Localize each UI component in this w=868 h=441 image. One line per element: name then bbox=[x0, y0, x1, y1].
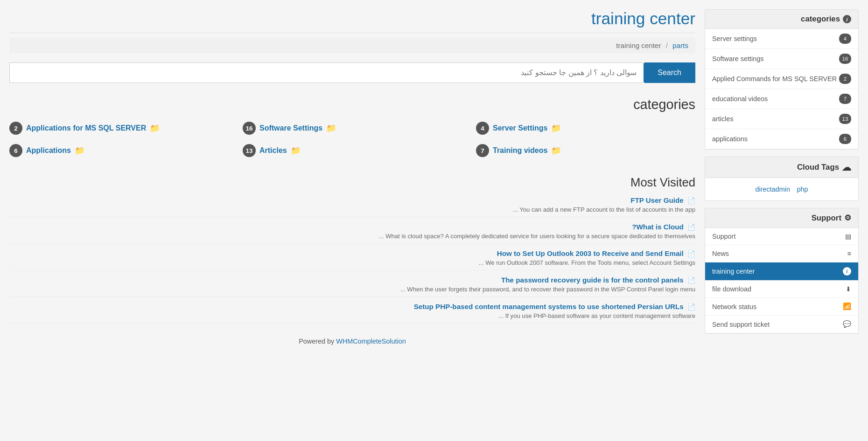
visited-desc: ... When the user forgets their password… bbox=[9, 286, 695, 293]
category-link[interactable]: Articles bbox=[259, 146, 287, 155]
folder-icon: 📁 bbox=[75, 146, 85, 156]
sidebar-cat-item[interactable]: 7 educational videos bbox=[705, 89, 858, 109]
breadcrumb-current: parts bbox=[672, 41, 688, 49]
support-item-support[interactable]: ▤ Support bbox=[705, 228, 858, 245]
cat-badge: 6 bbox=[839, 134, 851, 144]
folder-icon: 📁 bbox=[326, 124, 336, 133]
visited-desc: ... What is cloud space? A completely de… bbox=[9, 233, 695, 240]
category-count: 6 bbox=[9, 144, 22, 157]
visited-link[interactable]: ?What is Cloud 📄 bbox=[632, 223, 695, 231]
support-item-training-center[interactable]: i training center bbox=[705, 262, 858, 281]
category-count: 2 bbox=[9, 122, 22, 135]
cat-label: Applied Commands for MS SQL SERVER bbox=[712, 75, 837, 83]
info-icon: i bbox=[843, 15, 851, 23]
category-link[interactable]: Applications for MS SQL SERVER bbox=[26, 124, 146, 132]
category-count: 13 bbox=[243, 144, 256, 157]
page-title: training center bbox=[9, 9, 695, 33]
visited-item: Setup PHP-based content management syste… bbox=[9, 303, 695, 324]
folder-icon: 📁 bbox=[551, 146, 561, 156]
folder-icon: 📁 bbox=[150, 124, 160, 133]
sidebar-categories-title: categories bbox=[801, 14, 840, 24]
cat-badge: 4 bbox=[839, 34, 851, 44]
support-item-network-status[interactable]: 📶 Network status bbox=[705, 298, 858, 316]
category-link[interactable]: Software Settings bbox=[259, 124, 322, 132]
category-item: 📁 Applications 6 bbox=[9, 144, 229, 157]
sidebar-categories-header: categories i bbox=[705, 10, 858, 29]
page-icon: 📄 bbox=[687, 277, 695, 284]
search-button[interactable]: Search bbox=[644, 62, 695, 83]
visited-link[interactable]: Setup PHP-based content management syste… bbox=[414, 303, 695, 310]
news-list-icon: ≡ bbox=[847, 250, 851, 257]
visited-item: FTP User Guide 📄 ... You can add a new F… bbox=[9, 196, 695, 217]
cloud-tags-title: Cloud Tags bbox=[797, 163, 839, 172]
page-icon: 📄 bbox=[687, 303, 695, 310]
cat-badge: 13 bbox=[839, 114, 851, 124]
cat-label: Software settings bbox=[712, 55, 763, 62]
support-item-label: Send support ticket bbox=[712, 321, 770, 328]
sidebar-cloud-tags-box: Cloud Tags ☁ directadmin php bbox=[705, 157, 859, 201]
main-content: training center training center / parts … bbox=[9, 9, 695, 345]
support-item-send-ticket[interactable]: 💬 Send support ticket bbox=[705, 316, 858, 333]
page-icon: 📄 bbox=[687, 250, 695, 257]
sidebar-cat-item[interactable]: 6 applications bbox=[705, 129, 858, 149]
visited-desc: ... We run Outlook 2007 software. From t… bbox=[9, 259, 695, 266]
file-download-icon: ⬇ bbox=[846, 285, 851, 293]
cloud-tags-content: directadmin php bbox=[705, 178, 858, 200]
training-center-info-icon: i bbox=[843, 267, 851, 276]
page-icon: 📄 bbox=[687, 224, 695, 231]
category-count: 4 bbox=[476, 122, 489, 135]
tag-link[interactable]: directadmin bbox=[756, 186, 790, 193]
sidebar-cat-item[interactable]: 13 articles bbox=[705, 109, 858, 129]
sidebar-cloud-tags-header: Cloud Tags ☁ bbox=[705, 157, 858, 178]
sidebar: categories i 4 Server settings 16 Softwa… bbox=[705, 9, 859, 345]
powered-by-link[interactable]: WHMCompleteSolution bbox=[336, 338, 406, 345]
sidebar-support-header: Support ⚙ bbox=[705, 208, 858, 228]
network-status-icon: 📶 bbox=[843, 303, 851, 310]
support-item-label: News bbox=[712, 250, 729, 257]
folder-icon: 📁 bbox=[291, 146, 301, 156]
breadcrumb-root[interactable]: training center bbox=[616, 41, 661, 49]
visited-item: The password recovery guide is for the c… bbox=[9, 276, 695, 297]
sidebar-cat-item[interactable]: 4 Server settings bbox=[705, 29, 858, 49]
visited-link[interactable]: The password recovery guide is for the c… bbox=[501, 276, 695, 284]
folder-icon: 📁 bbox=[551, 124, 561, 133]
sidebar-cat-item[interactable]: 16 Software settings bbox=[705, 49, 858, 69]
categories-section-title: categories bbox=[9, 97, 695, 112]
sidebar-cat-item[interactable]: 2 Applied Commands for MS SQL SERVER bbox=[705, 69, 858, 89]
cat-badge: 2 bbox=[839, 74, 851, 84]
cloud-icon: ☁ bbox=[842, 162, 851, 173]
visited-desc: ... If you use PHP-based software as you… bbox=[9, 312, 695, 319]
support-item-file-download[interactable]: ⬇ file download bbox=[705, 281, 858, 298]
send-ticket-icon: 💬 bbox=[843, 320, 851, 328]
category-link[interactable]: Applications bbox=[26, 146, 71, 155]
support-title: Support bbox=[812, 214, 841, 223]
category-link[interactable]: Training videos bbox=[493, 146, 547, 155]
category-item: 📁 Applications for MS SQL SERVER 2 bbox=[9, 122, 229, 135]
category-link[interactable]: Server Settings bbox=[493, 124, 547, 132]
support-item-label: Support bbox=[712, 233, 735, 240]
tag-link[interactable]: php bbox=[797, 186, 808, 193]
search-input[interactable] bbox=[9, 62, 644, 83]
support-item-label: Network status bbox=[712, 303, 756, 310]
sidebar-support-box: Support ⚙ ▤ Support ≡ News i training ce… bbox=[705, 208, 859, 334]
categories-grid: 📁 Applications for MS SQL SERVER 2 📁 Sof… bbox=[9, 122, 695, 157]
support-icon: ⚙ bbox=[844, 213, 851, 223]
cat-label: educational videos bbox=[712, 95, 768, 103]
support-list-icon: ▤ bbox=[845, 233, 851, 240]
cat-label: articles bbox=[712, 115, 734, 123]
category-item: 📁 Software Settings 16 bbox=[243, 122, 462, 135]
support-item-news[interactable]: ≡ News bbox=[705, 245, 858, 262]
cat-badge: 16 bbox=[839, 54, 851, 64]
category-count: 16 bbox=[243, 122, 256, 135]
sidebar-categories-box: categories i 4 Server settings 16 Softwa… bbox=[705, 9, 859, 150]
support-item-label: training center bbox=[712, 268, 755, 275]
most-visited-title: Most Visited bbox=[9, 176, 695, 189]
search-bar: Search bbox=[9, 62, 695, 83]
powered-by: Powered by WHMCompleteSolution bbox=[9, 338, 695, 345]
category-count: 7 bbox=[476, 144, 489, 157]
category-item: 📁 Training videos 7 bbox=[476, 144, 695, 157]
visited-link[interactable]: How to Set Up Outlook 2003 to Receive an… bbox=[497, 249, 695, 257]
visited-link[interactable]: FTP User Guide 📄 bbox=[630, 196, 695, 204]
category-item: 📁 Server Settings 4 bbox=[476, 122, 695, 135]
support-item-label: file download bbox=[712, 285, 751, 293]
